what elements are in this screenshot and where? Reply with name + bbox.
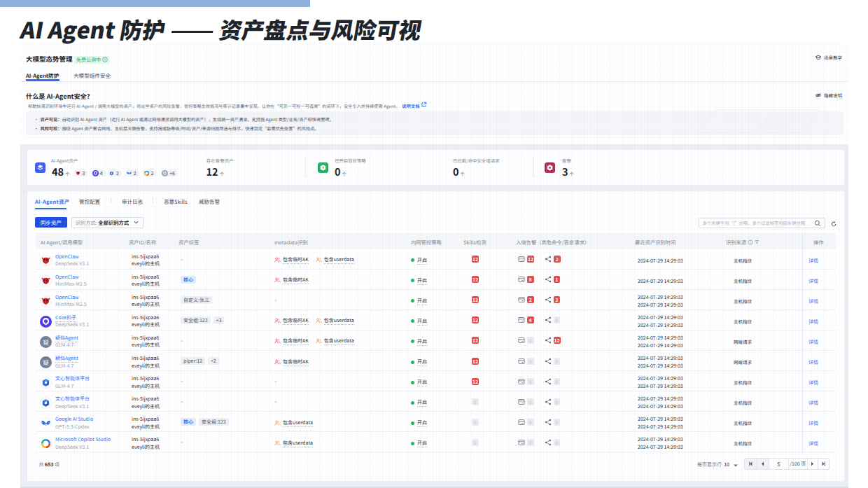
- svg-text:疑: 疑: [43, 358, 48, 366]
- svg-text:疑: 疑: [43, 338, 48, 346]
